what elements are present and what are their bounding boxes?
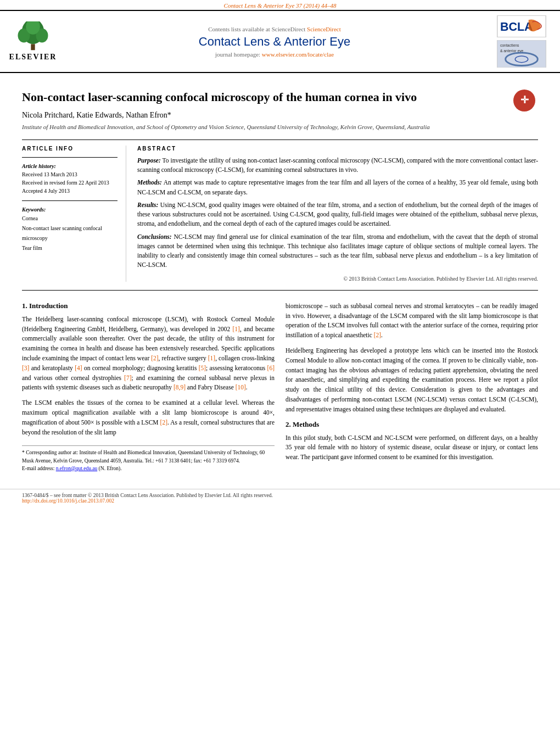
purpose-label: Purpose: [137,157,161,164]
elsevier-tree-icon [11,21,55,52]
received-date: Received 13 March 2013 [22,170,117,178]
footer-issn: 1367-0484/$ – see front matter © 2013 Br… [22,493,538,498]
divider-1 [22,140,538,140]
journal-homepage: journal homepage: www.elsevier.com/locat… [66,51,483,58]
ref-5[interactable]: [5] [199,365,206,371]
main-body: 1. Introduction The Heidelberg laser-sca… [22,302,538,473]
section2-para: In this pilot study, both C-LSCM and NC-… [285,433,538,462]
crossmark-icon: ✛ [513,90,535,111]
svg-text:contactlens: contactlens [500,43,519,47]
affiliation: Institute of Health and Biomedical Innov… [22,123,538,131]
ref-1b[interactable]: [1] [208,355,215,361]
history-label: Article history: [22,163,117,169]
section1-right-para1: biomicroscope – such as subbasal corneal… [285,302,538,341]
doi-link[interactable]: http://dx.doi.org/10.1016/j.clae.2013.07… [22,498,114,504]
ref-4[interactable]: [4] [75,365,82,371]
keyword-2: Non-contact laser scanning confocal micr… [22,224,117,243]
footer-doi: http://dx.doi.org/10.1016/j.clae.2013.07… [22,498,538,504]
keyword-1: Cornea [22,214,117,224]
article-title: Non-contact laser-scanning confocal micr… [22,90,417,104]
sciencedirect-text: Contents lists available at ScienceDirec… [66,26,483,32]
article-info-panel: ARTICLE INFO Article history: Received 1… [22,146,126,282]
contact-lens-image: contactlens & anterior eye [497,40,546,68]
results-label: Results: [137,202,158,208]
footnote-star: * Corresponding author at: Institute of … [22,449,275,465]
elsevier-label: ELSEVIER [9,53,57,62]
abstract-panel: ABSTRACT Purpose: To investigate the uti… [137,146,538,282]
ref-89[interactable]: [8,9] [173,384,186,390]
contact-lens-icon: contactlens & anterior eye [497,40,546,68]
revised-date: Received in revised form 22 April 2013 [22,178,117,187]
header-right: BCLA contactlens & anterior eye [489,15,555,68]
section1-para2: The LSCM enables the tissues of the corn… [22,398,275,437]
keywords-label: Keywords: [22,207,117,213]
accepted-date: Accepted 4 July 2013 [22,187,117,195]
section2-heading: 2. Methods [285,420,538,429]
main-left-col: 1. Introduction The Heidelberg laser-sca… [22,302,275,473]
ref-2b[interactable]: [2] [160,419,167,426]
info-abstract-row: ARTICLE INFO Article history: Received 1… [22,146,538,282]
section1-right-para2: Heidelberg Engineering has developed a p… [285,346,538,415]
journal-ref-text: Contact Lens & Anterior Eye 37 (2014) 44… [224,2,337,9]
divider-info [22,157,117,158]
crossmark-badge[interactable]: ✛ [513,90,538,114]
ref-6[interactable]: [6] [267,365,275,371]
abstract-text: Purpose: To investigate the utility of u… [137,156,538,270]
keyword-3: Tear film [22,243,117,253]
abstract-purpose: Purpose: To investigate the utility of u… [137,156,538,175]
divider-2 [22,290,538,291]
copyright-line: © 2013 British Contact Lens Association.… [137,276,538,282]
article-title-block: Non-contact laser-scanning confocal micr… [22,90,538,105]
svg-text:BCLA: BCLA [500,20,533,34]
elsevier-logo: ELSEVIER [5,21,60,62]
abstract-methods: Methods: An attempt was made to capture … [137,178,538,197]
svg-rect-0 [31,44,35,50]
methods-text: An attempt was made to capture represent… [137,179,538,195]
email-link[interactable]: n.efron@qut.edu.au [56,466,98,471]
ref-10[interactable]: [10] [236,384,246,390]
email-suffix: (N. Efron). [99,466,122,471]
journal-title: Contact Lens & Anterior Eye [66,35,483,49]
abstract-conclusions: Conclusions: NC-LSCM may find general us… [137,232,538,270]
ref-2a[interactable]: [2] [151,355,158,361]
header-middle: Contents lists available at ScienceDirec… [66,26,483,58]
results-text: Using NC-LSCM, good quality images were … [137,202,538,227]
journal-homepage-link[interactable]: www.elsevier.com/locate/clae [262,51,334,58]
ref-1[interactable]: [1] [233,326,240,332]
footnote-section: * Corresponding author at: Institute of … [22,445,275,472]
keywords-list: Cornea Non-contact laser scanning confoc… [22,214,117,253]
footnote-email: E-mail address: n.efron@qut.edu.au (N. E… [22,465,275,472]
journal-reference: Contact Lens & Anterior Eye 37 (2014) 44… [0,0,560,10]
conclusions-text: NC-LSCM may find general use for clinica… [137,233,538,269]
article-container: Non-contact laser-scanning confocal micr… [0,73,560,483]
conclusions-label: Conclusions: [137,233,172,240]
bcla-logo-icon: BCLA [497,15,546,37]
ref-3[interactable]: [3] [22,365,29,371]
purpose-text: To investigate the utility of using non-… [137,157,538,173]
authors: Nicola Pritchard, Katie Edwards, Nathan … [22,111,538,120]
section1-para1: The Heidelberg laser-scanning confocal m… [22,315,275,393]
divider-info2 [22,200,117,201]
ref-7[interactable]: [7] [124,375,131,381]
article-info-title: ARTICLE INFO [22,146,117,152]
journal-header: ELSEVIER Contents lists available at Sci… [0,10,560,73]
section1-heading: 1. Introduction [22,302,275,310]
footer-bar: 1367-0484/$ – see front matter © 2013 Br… [0,489,560,507]
ref-2c[interactable]: [2] [374,332,381,338]
methods-label: Methods: [137,179,162,186]
email-label: E-mail address: [22,466,54,471]
sciencedirect-link[interactable]: ScienceDirect [307,26,341,32]
abstract-results: Results: Using NC-LSCM, good quality ima… [137,200,538,229]
email-text: n.efron@qut.edu.au [56,466,98,471]
doi-link-text: http://dx.doi.org/10.1016/j.clae.2013.07… [22,498,114,504]
bcla-logo: BCLA [497,15,546,37]
abstract-title: ABSTRACT [137,146,538,152]
main-right-col: biomicroscope – such as subbasal corneal… [285,302,538,473]
